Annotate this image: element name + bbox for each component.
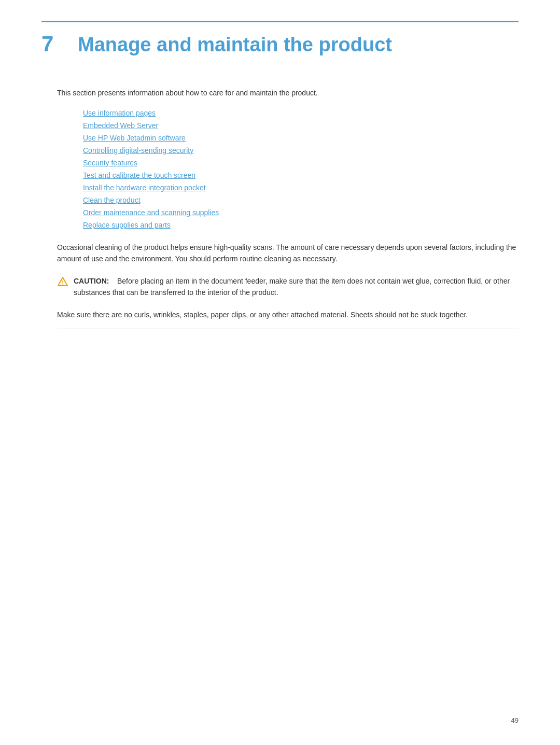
body-text: Occasional cleaning of the product helps… (57, 242, 519, 265)
toc-link-use-hp-web-jetadmin-software[interactable]: Use HP Web Jetadmin software (83, 134, 519, 142)
caution-icon: ! (57, 276, 68, 287)
page: 7 Manage and maintain the product This s… (0, 0, 560, 745)
toc-links: Use information pagesEmbedded Web Server… (83, 109, 519, 229)
toc-link-security-features[interactable]: Security features (83, 159, 519, 167)
toc-link-order-maintenance-and-scanning-supplies[interactable]: Order maintenance and scanning supplies (83, 208, 519, 217)
toc-link-use-information-pages[interactable]: Use information pages (83, 109, 519, 117)
caution-body: Before placing an item in the document f… (74, 277, 510, 297)
chapter-number: 7 (41, 32, 67, 57)
intro-text: This section presents information about … (57, 88, 519, 99)
toc-link-install-the-hardware-integration-pocket[interactable]: Install the hardware integration pocket (83, 184, 519, 192)
caution-block: ! CAUTION: Before placing an item in the… (57, 275, 519, 299)
svg-text:!: ! (62, 279, 64, 286)
toc-link-test-and-calibrate-the-touch-screen[interactable]: Test and calibrate the touch screen (83, 171, 519, 179)
toc-link-controlling-digital-sending-security[interactable]: Controlling digital-sending security (83, 146, 519, 154)
chapter-header: 7 Manage and maintain the product (41, 21, 519, 57)
chapter-title: Manage and maintain the product (78, 34, 392, 56)
toc-link-clean-the-product[interactable]: Clean the product (83, 196, 519, 204)
page-number: 49 (511, 716, 519, 724)
caution-text: CAUTION: Before placing an item in the d… (74, 275, 519, 299)
toc-link-embedded-web-server[interactable]: Embedded Web Server (83, 121, 519, 130)
caution-label: CAUTION: (74, 277, 109, 285)
bottom-text: Make sure there are no curls, wrinkles, … (57, 309, 519, 329)
toc-link-replace-supplies-and-parts[interactable]: Replace supplies and parts (83, 221, 519, 229)
